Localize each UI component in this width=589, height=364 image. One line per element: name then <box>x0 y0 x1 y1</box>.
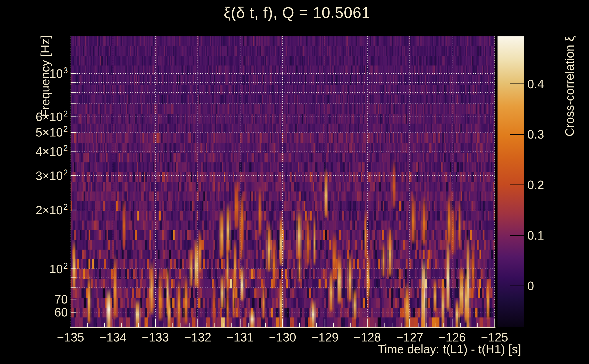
x-axis-title: Time delay: t(L1) - t(H1) [s] <box>378 342 521 356</box>
colorbar-tick <box>510 84 524 84</box>
x-axis-tick-label: −129 <box>311 330 338 344</box>
colorbar-tick <box>510 235 524 236</box>
heatmap-canvas <box>71 36 495 327</box>
y-axis-tick-label: 103 <box>49 66 68 80</box>
colorbar-tick-label: 0.4 <box>527 77 544 91</box>
y-axis-tick-label: 3×102 <box>36 169 68 182</box>
x-axis-tick-label: −133 <box>142 330 169 344</box>
y-axis-tick-label: 4×102 <box>36 144 68 158</box>
colorbar-tick <box>510 134 524 135</box>
cross-correlation-qscan-figure: ξ(δ t, f), Q = 10.5061 −135−134−133−132−… <box>0 0 589 364</box>
colorbar-title: Cross-correlation ξ <box>563 36 576 136</box>
colorbar-tick-label: 0 <box>527 279 534 293</box>
x-axis-tick-label: −128 <box>354 330 381 344</box>
colorbar-tick-label: 0.3 <box>527 127 544 141</box>
colorbar-gradient <box>497 36 524 327</box>
plot-title: ξ(δ t, f), Q = 10.5061 <box>224 4 370 21</box>
y-axis-title: Frequency [Hz] <box>38 35 52 117</box>
y-axis-tick-label: 60 <box>54 305 68 319</box>
x-axis-tick-label: −132 <box>184 330 211 344</box>
y-axis-tick-label: 70 <box>54 292 68 306</box>
colorbar-tick-label: 0.2 <box>527 178 544 192</box>
colorbar-tick <box>510 184 524 185</box>
x-axis-tick-label: −135 <box>57 330 84 344</box>
x-axis-tick-label: −131 <box>226 330 254 344</box>
colorbar-tick-label: 0.1 <box>527 228 544 242</box>
y-axis-tick-label: 2×102 <box>36 203 68 217</box>
x-axis-line <box>70 327 496 328</box>
colorbar-tick <box>510 286 524 286</box>
x-axis-tick-label: −134 <box>99 330 126 344</box>
x-axis-tick-label: −130 <box>269 330 296 344</box>
y-axis-tick-label: 102 <box>49 262 68 276</box>
y-axis-tick-label: 5×102 <box>36 125 68 139</box>
